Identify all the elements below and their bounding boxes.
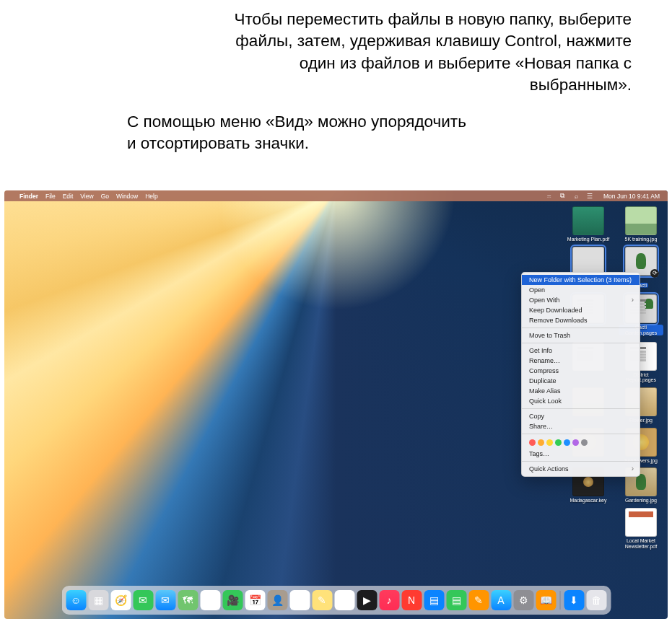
menu-separator <box>522 461 640 462</box>
context-menu-item[interactable]: Share… <box>522 421 640 431</box>
tag-color-row <box>522 436 640 449</box>
context-menu-item[interactable]: Move to Trash <box>522 330 640 340</box>
context-menu-item[interactable]: Quick Actions <box>522 464 640 474</box>
tag-color[interactable] <box>529 439 536 446</box>
callout-view-menu: С помощью меню «Вид» можно упорядочить и… <box>127 111 471 155</box>
tag-color[interactable] <box>546 439 553 446</box>
dock-app-appstore[interactable]: A <box>491 590 511 610</box>
dock-app-safari[interactable]: 🧭 <box>110 590 131 610</box>
menubar-datetime[interactable]: Mon Jun 10 9:41 AM <box>600 193 663 200</box>
wifi-icon[interactable]: ⧉ <box>559 193 566 200</box>
tag-color[interactable] <box>564 439 570 446</box>
search-icon[interactable]: ⌕ <box>572 193 580 200</box>
dock-app-music[interactable]: ♪ <box>379 590 399 610</box>
file-label: Madagascar.key <box>566 498 611 504</box>
context-menu-item[interactable]: Quick Look <box>522 396 640 406</box>
context-menu-item[interactable]: Copy <box>522 411 640 421</box>
dock-app-tv[interactable]: ▶ <box>357 590 377 610</box>
context-menu-item[interactable]: Rename… <box>522 356 640 366</box>
file-thumbnail <box>625 508 657 537</box>
file-thumbnail <box>572 247 604 276</box>
menubar-status: ⎓ ⧉ ⌕ ☰ Mon Jun 10 9:41 AM <box>545 193 663 200</box>
context-menu-item[interactable]: Open <box>522 285 640 295</box>
dock-app-mail[interactable]: ✉ <box>155 590 175 610</box>
context-menu: New Folder with Selection (3 Items)OpenO… <box>521 272 640 477</box>
dock-app-facetime[interactable]: 🎥 <box>222 590 243 610</box>
menubar-item-go[interactable]: Go <box>97 193 113 200</box>
desktop-item[interactable]: 5K training.jpg <box>619 206 663 242</box>
dock-app-maps[interactable]: 🗺 <box>178 590 198 610</box>
control-center-icon[interactable]: ☰ <box>586 193 593 200</box>
file-thumbnail <box>572 206 604 235</box>
dock-app-notes[interactable]: ✎ <box>312 590 332 610</box>
file-thumbnail: ⟳ <box>625 247 657 276</box>
context-menu-item[interactable]: Duplicate <box>522 376 640 386</box>
battery-icon[interactable]: ⎓ <box>545 193 552 200</box>
desktop-item[interactable]: Local Market Newsletter.pdf <box>619 508 663 549</box>
menu-separator <box>522 434 640 434</box>
screenshot-desktop: FinderFileEditViewGoWindowHelp ⎓ ⧉ ⌕ ☰ M… <box>4 190 668 619</box>
dock-app-settings[interactable]: ⚙ <box>513 590 533 610</box>
dock-app-finder[interactable]: ☺ <box>66 590 86 610</box>
menubar-item-view[interactable]: View <box>77 193 97 200</box>
file-label: Gardening.jpg <box>619 498 663 504</box>
dock-app-calendar[interactable]: 📅 <box>245 590 265 610</box>
menubar-item-window[interactable]: Window <box>113 193 141 200</box>
file-label: Marketing Plan.pdf <box>566 237 611 242</box>
menubar-item-help[interactable]: Help <box>141 193 161 200</box>
dock-app-trash[interactable]: 🗑 <box>586 590 606 610</box>
context-menu-item[interactable]: Keep Downloaded <box>522 305 640 315</box>
file-thumbnail <box>625 206 657 235</box>
dock-app-news[interactable]: N <box>401 590 422 610</box>
file-label: 5K training.jpg <box>619 237 663 242</box>
menubar: FinderFileEditViewGoWindowHelp ⎓ ⧉ ⌕ ☰ M… <box>4 190 668 201</box>
sync-icon: ⟳ <box>650 269 659 278</box>
context-menu-item[interactable]: Remove Downloads <box>522 315 640 325</box>
dock: ☺▦🧭✉✉🗺✿🎥📅👤☑✎✏▶♪N▤▤✎A⚙📖⬇🗑 <box>61 586 611 615</box>
dock-app-pages[interactable]: ✎ <box>468 590 489 610</box>
dock-app-messages[interactable]: ✉ <box>133 590 153 610</box>
menubar-item-file[interactable]: File <box>42 193 59 200</box>
menubar-item-edit[interactable]: Edit <box>59 193 77 200</box>
tag-color[interactable] <box>581 439 588 446</box>
dock-app-freeform[interactable]: ✏ <box>334 590 354 610</box>
dock-app-numbers[interactable]: ▤ <box>446 590 466 610</box>
tag-color[interactable] <box>555 439 562 446</box>
dock-app-books[interactable]: 📖 <box>536 590 556 610</box>
tag-color[interactable] <box>538 439 544 446</box>
menu-separator <box>522 343 640 343</box>
callout-new-folder: Чтобы переместить файлы в новую папку, в… <box>206 9 632 97</box>
file-label: Local Market Newsletter.pdf <box>619 538 663 549</box>
dock-app-downloads[interactable]: ⬇ <box>564 590 584 610</box>
dock-app-launchpad[interactable]: ▦ <box>88 590 108 610</box>
menu-separator <box>522 408 640 409</box>
context-menu-item[interactable]: Get Info <box>522 346 640 356</box>
context-menu-item[interactable]: Tags… <box>522 449 640 459</box>
context-menu-item[interactable]: Compress <box>522 366 640 376</box>
context-menu-item[interactable]: Open With <box>522 295 640 305</box>
tag-color[interactable] <box>572 439 579 446</box>
desktop-item[interactable]: Marketing Plan.pdf <box>566 206 611 242</box>
dock-app-photos[interactable]: ✿ <box>200 590 220 610</box>
dock-app-contacts[interactable]: 👤 <box>267 590 287 610</box>
menu-separator <box>522 328 640 328</box>
dock-app-keynote[interactable]: ▤ <box>424 590 444 610</box>
context-menu-item[interactable]: Make Alias <box>522 386 640 396</box>
dock-separator <box>559 591 560 610</box>
context-menu-item[interactable]: New Folder with Selection (3 Items) <box>522 275 640 285</box>
dock-app-reminders[interactable]: ☑ <box>289 590 310 610</box>
menubar-item-finder[interactable]: Finder <box>16 193 42 200</box>
